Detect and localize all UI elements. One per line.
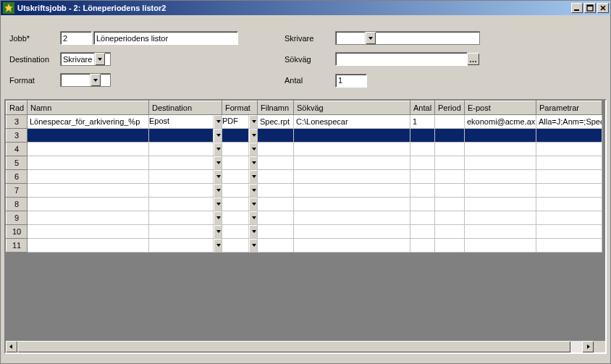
cell-namn[interactable] xyxy=(28,156,149,170)
chevron-down-icon[interactable] xyxy=(213,115,222,129)
cell-period[interactable] xyxy=(435,156,465,170)
table-row[interactable]: 3Lönespecar_för_arkivering_%pEpostPDFSpe… xyxy=(7,115,602,129)
titlebar[interactable]: Utskriftsjobb - 2: Löneperiodens listor2 xyxy=(1,1,610,15)
cell-antal[interactable] xyxy=(410,184,435,198)
cell-epost[interactable] xyxy=(465,225,536,239)
col-antal[interactable]: Antal xyxy=(410,101,435,115)
chevron-down-icon[interactable] xyxy=(365,32,376,44)
cell-sokvag[interactable] xyxy=(294,225,410,239)
cell-epost[interactable] xyxy=(465,211,536,225)
chevron-down-icon[interactable] xyxy=(248,211,258,225)
cell-antal[interactable] xyxy=(410,170,435,184)
cell-sokvag[interactable]: C:\Lonespecar xyxy=(294,115,410,129)
maximize-button[interactable] xyxy=(584,3,596,13)
cell-epost[interactable] xyxy=(465,129,536,143)
cell-format[interactable] xyxy=(222,239,258,253)
table-row[interactable]: 9 xyxy=(7,211,602,225)
row-header[interactable]: 3 xyxy=(7,115,28,129)
cell-filnamn[interactable] xyxy=(258,184,294,198)
cell-period[interactable] xyxy=(435,184,465,198)
cell-sokvag[interactable] xyxy=(294,143,410,156)
cell-namn[interactable] xyxy=(28,211,149,225)
col-destination[interactable]: Destination xyxy=(149,101,222,115)
cell-epost[interactable] xyxy=(465,143,536,156)
cell-sokvag[interactable] xyxy=(294,239,410,253)
grid-table[interactable]: Rad Namn Destination Format Filnamn Sökv… xyxy=(6,101,602,253)
cell-antal[interactable] xyxy=(410,225,435,239)
cell-destination[interactable] xyxy=(149,156,222,170)
chevron-down-icon[interactable] xyxy=(248,184,258,198)
cell-period[interactable] xyxy=(435,198,465,211)
chevron-down-icon[interactable] xyxy=(248,156,258,170)
cell-antal[interactable] xyxy=(410,198,435,211)
cell-destination[interactable] xyxy=(149,239,222,253)
cell-period[interactable] xyxy=(435,129,465,143)
cell-destination[interactable] xyxy=(149,225,222,239)
row-header[interactable]: 7 xyxy=(7,184,28,198)
chevron-down-icon[interactable] xyxy=(213,225,222,239)
scroll-left-button[interactable] xyxy=(6,341,17,352)
cell-parametrar[interactable]: Alla=J;Anm=;SpecTyp=L; xyxy=(536,115,602,129)
chevron-down-icon[interactable] xyxy=(248,143,258,156)
table-row[interactable]: 6 xyxy=(7,170,602,184)
cell-period[interactable] xyxy=(435,211,465,225)
chevron-down-icon[interactable] xyxy=(94,53,105,65)
chevron-down-icon[interactable] xyxy=(248,115,258,129)
cell-parametrar[interactable] xyxy=(536,143,602,156)
sokvag-browse-button[interactable]: … xyxy=(467,53,479,65)
chevron-down-icon[interactable] xyxy=(90,74,101,86)
chevron-down-icon[interactable] xyxy=(248,129,258,143)
jobb-id-input[interactable] xyxy=(60,31,92,45)
table-row[interactable]: 11 xyxy=(7,239,602,253)
cell-antal[interactable] xyxy=(410,239,435,253)
cell-period[interactable] xyxy=(435,239,465,253)
cell-parametrar[interactable] xyxy=(536,156,602,170)
chevron-down-icon[interactable] xyxy=(248,225,258,239)
cell-parametrar[interactable] xyxy=(536,184,602,198)
cell-format[interactable] xyxy=(222,143,258,156)
antal-input[interactable] xyxy=(335,74,367,88)
table-row[interactable]: 10 xyxy=(7,225,602,239)
cell-epost[interactable] xyxy=(465,239,536,253)
cell-parametrar[interactable] xyxy=(536,211,602,225)
table-row[interactable]: 4 xyxy=(7,143,602,156)
cell-filnamn[interactable] xyxy=(258,225,294,239)
row-header[interactable]: 9 xyxy=(7,211,28,225)
close-button[interactable] xyxy=(597,3,609,13)
cell-epost[interactable] xyxy=(465,156,536,170)
cell-filnamn[interactable] xyxy=(258,211,294,225)
chevron-down-icon[interactable] xyxy=(213,143,222,156)
chevron-down-icon[interactable] xyxy=(213,184,222,198)
sokvag-input[interactable] xyxy=(335,52,468,66)
chevron-down-icon[interactable] xyxy=(248,170,258,184)
cell-period[interactable] xyxy=(435,143,465,156)
cell-epost[interactable]: ekonomi@acme.ax xyxy=(465,115,536,129)
cell-sokvag[interactable] xyxy=(294,198,410,211)
skrivare-select[interactable] xyxy=(335,31,480,45)
chevron-down-icon[interactable] xyxy=(213,198,222,211)
col-rad[interactable]: Rad xyxy=(7,101,28,115)
cell-format[interactable] xyxy=(222,225,258,239)
cell-destination[interactable] xyxy=(149,143,222,156)
format-select[interactable] xyxy=(60,73,111,87)
cell-namn[interactable] xyxy=(28,198,149,211)
cell-format[interactable] xyxy=(222,170,258,184)
cell-filnamn[interactable] xyxy=(258,156,294,170)
cell-filnamn[interactable] xyxy=(258,198,294,211)
cell-destination[interactable] xyxy=(149,184,222,198)
row-header[interactable]: 11 xyxy=(7,239,28,253)
cell-antal[interactable] xyxy=(410,143,435,156)
cell-namn[interactable] xyxy=(28,129,149,143)
cell-period[interactable] xyxy=(435,115,465,129)
cell-destination[interactable]: Epost xyxy=(149,115,222,129)
col-namn[interactable]: Namn xyxy=(28,101,149,115)
cell-period[interactable] xyxy=(435,170,465,184)
cell-sokvag[interactable] xyxy=(294,156,410,170)
col-filnamn[interactable]: Filnamn xyxy=(258,101,294,115)
row-header[interactable]: 8 xyxy=(7,198,28,211)
cell-namn[interactable] xyxy=(28,225,149,239)
cell-parametrar[interactable] xyxy=(536,170,602,184)
row-header[interactable]: 6 xyxy=(7,170,28,184)
cell-sokvag[interactable] xyxy=(294,170,410,184)
cell-parametrar[interactable] xyxy=(536,225,602,239)
